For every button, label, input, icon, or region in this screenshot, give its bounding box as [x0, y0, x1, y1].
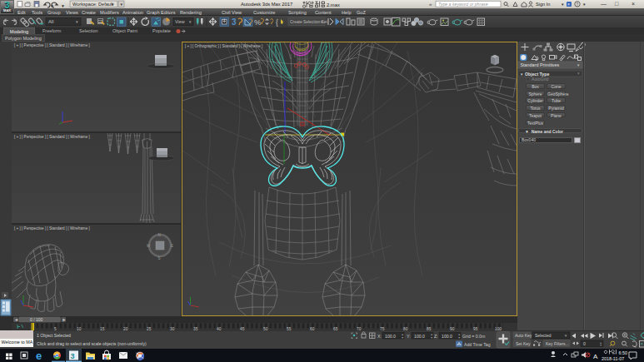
svg-text:×: × — [567, 2, 570, 7]
svg-text:▼: ▼ — [564, 334, 567, 338]
svg-text:3: 3 — [71, 352, 75, 360]
svg-text:«: « — [429, 2, 432, 7]
svg-text:Auto Key: Auto Key — [515, 333, 532, 338]
svg-text:?: ? — [577, 2, 579, 7]
svg-text:2018-11-07: 2018-11-07 — [602, 356, 624, 361]
svg-text:Add Time Tag: Add Time Tag — [464, 342, 491, 347]
svg-text:X:: X: — [377, 334, 382, 339]
svg-text:S: S — [158, 256, 161, 260]
svg-text:▼: ▼ — [111, 2, 114, 7]
svg-text:▼: ▼ — [120, 2, 123, 7]
svg-text:▼: ▼ — [402, 336, 404, 340]
svg-text:▼: ▼ — [75, 20, 79, 24]
svg-text:Object Type: Object Type — [525, 72, 549, 77]
svg-text:▼: ▼ — [320, 20, 323, 24]
svg-text:▼: ▼ — [458, 336, 461, 340]
svg-text:0 / 100: 0 / 100 — [30, 317, 43, 322]
svg-text:AutoGrid: AutoGrid — [532, 77, 549, 82]
svg-text:View: View — [175, 19, 185, 24]
svg-text:▼: ▼ — [50, 3, 54, 8]
svg-text:▼: ▼ — [520, 72, 523, 77]
svg-text:▼: ▼ — [61, 3, 65, 8]
svg-text:Set Key: Set Key — [516, 341, 531, 346]
svg-text:Key Filters...: Key Filters... — [546, 341, 569, 346]
svg-text:E: E — [171, 244, 173, 248]
svg-text:▼: ▼ — [188, 20, 192, 24]
svg-text:2.max: 2.max — [327, 2, 340, 7]
svg-text:Workspace: Default: Workspace: Default — [72, 2, 113, 7]
svg-text:A: A — [593, 353, 598, 360]
svg-text:100.0: 100.0 — [442, 334, 452, 339]
svg-text:Type a keyword or phrase: Type a keyword or phrase — [438, 2, 488, 7]
svg-text:▼: ▼ — [577, 63, 580, 67]
svg-text:▼: ▼ — [561, 2, 564, 7]
svg-text:▼: ▼ — [431, 336, 433, 340]
svg-text:%: % — [254, 17, 262, 27]
svg-text:3: 3 — [232, 17, 237, 27]
svg-text:▼: ▼ — [600, 344, 602, 347]
svg-text:100.0: 100.0 — [414, 334, 425, 339]
svg-text:N: N — [158, 233, 161, 237]
svg-text:All: All — [48, 19, 53, 24]
svg-text:Standard Primitives: Standard Primitives — [521, 62, 560, 67]
svg-text:Grid = 0.0m: Grid = 0.0m — [462, 334, 485, 339]
svg-text:e: e — [36, 350, 42, 362]
svg-text:×: × — [577, 72, 580, 76]
svg-text:◄: ◄ — [14, 317, 18, 322]
svg-text:►: ► — [62, 317, 67, 322]
svg-text:Sign In: Sign In — [536, 2, 550, 7]
svg-text:6:50: 6:50 — [619, 350, 628, 355]
svg-text:100.0: 100.0 — [385, 334, 396, 339]
svg-text:Y:: Y: — [407, 334, 411, 339]
svg-text:Z:: Z: — [434, 334, 438, 339]
svg-text:0: 0 — [583, 341, 586, 346]
svg-text:Selected: Selected — [535, 333, 552, 338]
svg-text:▼: ▼ — [582, 2, 586, 7]
svg-text:{: { — [276, 18, 278, 27]
